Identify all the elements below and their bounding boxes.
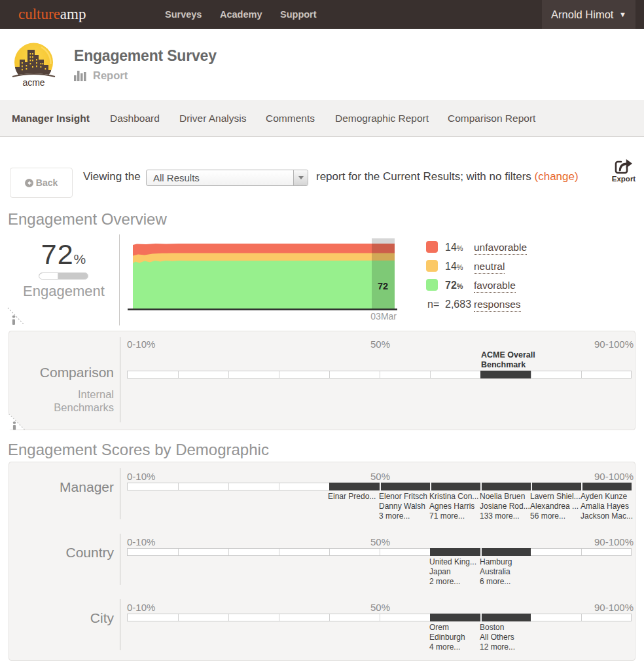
svg-text:03Mar: 03Mar bbox=[370, 311, 397, 322]
svg-text:72: 72 bbox=[378, 281, 388, 291]
svg-text:acme: acme bbox=[22, 77, 45, 88]
